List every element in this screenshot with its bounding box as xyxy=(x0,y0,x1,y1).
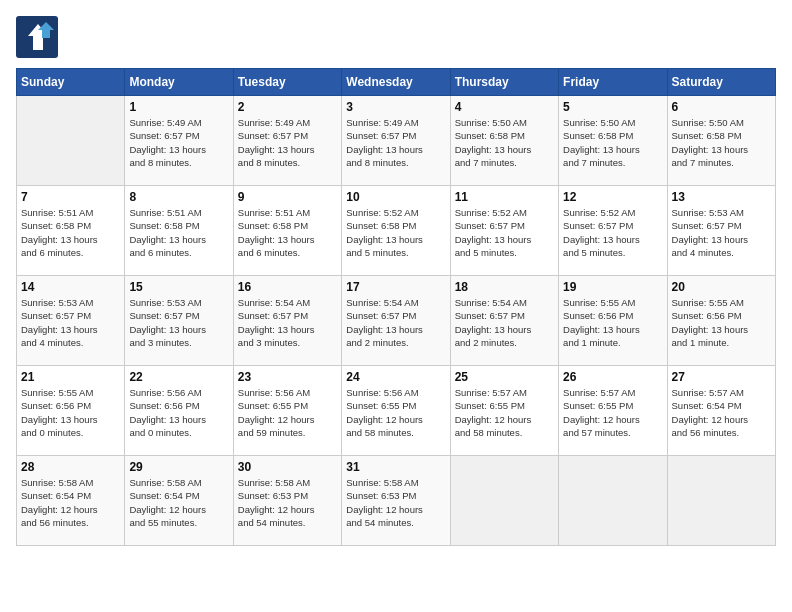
col-header-friday: Friday xyxy=(559,69,667,96)
day-number: 22 xyxy=(129,370,228,384)
day-number: 23 xyxy=(238,370,337,384)
calendar-cell: 5Sunrise: 5:50 AM Sunset: 6:58 PM Daylig… xyxy=(559,96,667,186)
calendar-cell: 16Sunrise: 5:54 AM Sunset: 6:57 PM Dayli… xyxy=(233,276,341,366)
calendar-cell: 7Sunrise: 5:51 AM Sunset: 6:58 PM Daylig… xyxy=(17,186,125,276)
day-detail: Sunrise: 5:55 AM Sunset: 6:56 PM Dayligh… xyxy=(672,296,771,349)
day-number: 27 xyxy=(672,370,771,384)
calendar-cell: 9Sunrise: 5:51 AM Sunset: 6:58 PM Daylig… xyxy=(233,186,341,276)
day-detail: Sunrise: 5:49 AM Sunset: 6:57 PM Dayligh… xyxy=(346,116,445,169)
day-number: 19 xyxy=(563,280,662,294)
day-detail: Sunrise: 5:52 AM Sunset: 6:57 PM Dayligh… xyxy=(563,206,662,259)
calendar-cell xyxy=(450,456,558,546)
calendar-cell xyxy=(559,456,667,546)
day-number: 14 xyxy=(21,280,120,294)
day-detail: Sunrise: 5:57 AM Sunset: 6:54 PM Dayligh… xyxy=(672,386,771,439)
day-detail: Sunrise: 5:55 AM Sunset: 6:56 PM Dayligh… xyxy=(563,296,662,349)
day-detail: Sunrise: 5:58 AM Sunset: 6:53 PM Dayligh… xyxy=(238,476,337,529)
day-number: 1 xyxy=(129,100,228,114)
calendar-cell: 17Sunrise: 5:54 AM Sunset: 6:57 PM Dayli… xyxy=(342,276,450,366)
page-header xyxy=(16,16,776,58)
calendar-week-row: 7Sunrise: 5:51 AM Sunset: 6:58 PM Daylig… xyxy=(17,186,776,276)
day-detail: Sunrise: 5:55 AM Sunset: 6:56 PM Dayligh… xyxy=(21,386,120,439)
day-number: 13 xyxy=(672,190,771,204)
col-header-tuesday: Tuesday xyxy=(233,69,341,96)
calendar-cell: 25Sunrise: 5:57 AM Sunset: 6:55 PM Dayli… xyxy=(450,366,558,456)
calendar-cell: 11Sunrise: 5:52 AM Sunset: 6:57 PM Dayli… xyxy=(450,186,558,276)
day-number: 26 xyxy=(563,370,662,384)
day-detail: Sunrise: 5:50 AM Sunset: 6:58 PM Dayligh… xyxy=(672,116,771,169)
calendar-cell: 10Sunrise: 5:52 AM Sunset: 6:58 PM Dayli… xyxy=(342,186,450,276)
day-detail: Sunrise: 5:52 AM Sunset: 6:58 PM Dayligh… xyxy=(346,206,445,259)
calendar-week-row: 28Sunrise: 5:58 AM Sunset: 6:54 PM Dayli… xyxy=(17,456,776,546)
day-number: 12 xyxy=(563,190,662,204)
calendar-week-row: 21Sunrise: 5:55 AM Sunset: 6:56 PM Dayli… xyxy=(17,366,776,456)
day-detail: Sunrise: 5:53 AM Sunset: 6:57 PM Dayligh… xyxy=(129,296,228,349)
day-detail: Sunrise: 5:49 AM Sunset: 6:57 PM Dayligh… xyxy=(129,116,228,169)
col-header-monday: Monday xyxy=(125,69,233,96)
day-detail: Sunrise: 5:56 AM Sunset: 6:55 PM Dayligh… xyxy=(346,386,445,439)
col-header-wednesday: Wednesday xyxy=(342,69,450,96)
day-number: 8 xyxy=(129,190,228,204)
day-detail: Sunrise: 5:54 AM Sunset: 6:57 PM Dayligh… xyxy=(346,296,445,349)
day-detail: Sunrise: 5:50 AM Sunset: 6:58 PM Dayligh… xyxy=(563,116,662,169)
calendar-cell: 4Sunrise: 5:50 AM Sunset: 6:58 PM Daylig… xyxy=(450,96,558,186)
day-number: 29 xyxy=(129,460,228,474)
calendar-table: SundayMondayTuesdayWednesdayThursdayFrid… xyxy=(16,68,776,546)
day-number: 21 xyxy=(21,370,120,384)
day-detail: Sunrise: 5:58 AM Sunset: 6:54 PM Dayligh… xyxy=(129,476,228,529)
day-detail: Sunrise: 5:57 AM Sunset: 6:55 PM Dayligh… xyxy=(563,386,662,439)
day-number: 9 xyxy=(238,190,337,204)
day-number: 28 xyxy=(21,460,120,474)
calendar-cell xyxy=(667,456,775,546)
day-number: 10 xyxy=(346,190,445,204)
day-number: 20 xyxy=(672,280,771,294)
calendar-header-row: SundayMondayTuesdayWednesdayThursdayFrid… xyxy=(17,69,776,96)
calendar-cell: 19Sunrise: 5:55 AM Sunset: 6:56 PM Dayli… xyxy=(559,276,667,366)
calendar-cell: 23Sunrise: 5:56 AM Sunset: 6:55 PM Dayli… xyxy=(233,366,341,456)
day-detail: Sunrise: 5:52 AM Sunset: 6:57 PM Dayligh… xyxy=(455,206,554,259)
day-number: 6 xyxy=(672,100,771,114)
day-number: 24 xyxy=(346,370,445,384)
calendar-cell: 2Sunrise: 5:49 AM Sunset: 6:57 PM Daylig… xyxy=(233,96,341,186)
day-number: 16 xyxy=(238,280,337,294)
day-detail: Sunrise: 5:54 AM Sunset: 6:57 PM Dayligh… xyxy=(455,296,554,349)
calendar-cell: 13Sunrise: 5:53 AM Sunset: 6:57 PM Dayli… xyxy=(667,186,775,276)
calendar-cell: 31Sunrise: 5:58 AM Sunset: 6:53 PM Dayli… xyxy=(342,456,450,546)
calendar-cell: 15Sunrise: 5:53 AM Sunset: 6:57 PM Dayli… xyxy=(125,276,233,366)
day-detail: Sunrise: 5:56 AM Sunset: 6:55 PM Dayligh… xyxy=(238,386,337,439)
day-detail: Sunrise: 5:57 AM Sunset: 6:55 PM Dayligh… xyxy=(455,386,554,439)
day-detail: Sunrise: 5:49 AM Sunset: 6:57 PM Dayligh… xyxy=(238,116,337,169)
col-header-saturday: Saturday xyxy=(667,69,775,96)
calendar-cell: 3Sunrise: 5:49 AM Sunset: 6:57 PM Daylig… xyxy=(342,96,450,186)
calendar-cell: 6Sunrise: 5:50 AM Sunset: 6:58 PM Daylig… xyxy=(667,96,775,186)
day-detail: Sunrise: 5:51 AM Sunset: 6:58 PM Dayligh… xyxy=(238,206,337,259)
calendar-cell xyxy=(17,96,125,186)
day-number: 5 xyxy=(563,100,662,114)
calendar-cell: 30Sunrise: 5:58 AM Sunset: 6:53 PM Dayli… xyxy=(233,456,341,546)
calendar-cell: 8Sunrise: 5:51 AM Sunset: 6:58 PM Daylig… xyxy=(125,186,233,276)
calendar-cell: 24Sunrise: 5:56 AM Sunset: 6:55 PM Dayli… xyxy=(342,366,450,456)
col-header-sunday: Sunday xyxy=(17,69,125,96)
day-detail: Sunrise: 5:51 AM Sunset: 6:58 PM Dayligh… xyxy=(21,206,120,259)
calendar-cell: 1Sunrise: 5:49 AM Sunset: 6:57 PM Daylig… xyxy=(125,96,233,186)
logo-icon xyxy=(16,16,58,58)
day-number: 7 xyxy=(21,190,120,204)
day-detail: Sunrise: 5:50 AM Sunset: 6:58 PM Dayligh… xyxy=(455,116,554,169)
day-detail: Sunrise: 5:58 AM Sunset: 6:53 PM Dayligh… xyxy=(346,476,445,529)
day-number: 11 xyxy=(455,190,554,204)
day-number: 31 xyxy=(346,460,445,474)
day-number: 4 xyxy=(455,100,554,114)
calendar-cell: 28Sunrise: 5:58 AM Sunset: 6:54 PM Dayli… xyxy=(17,456,125,546)
day-number: 15 xyxy=(129,280,228,294)
day-number: 25 xyxy=(455,370,554,384)
day-number: 18 xyxy=(455,280,554,294)
day-number: 17 xyxy=(346,280,445,294)
calendar-cell: 18Sunrise: 5:54 AM Sunset: 6:57 PM Dayli… xyxy=(450,276,558,366)
calendar-cell: 12Sunrise: 5:52 AM Sunset: 6:57 PM Dayli… xyxy=(559,186,667,276)
calendar-cell: 21Sunrise: 5:55 AM Sunset: 6:56 PM Dayli… xyxy=(17,366,125,456)
calendar-cell: 26Sunrise: 5:57 AM Sunset: 6:55 PM Dayli… xyxy=(559,366,667,456)
col-header-thursday: Thursday xyxy=(450,69,558,96)
day-detail: Sunrise: 5:51 AM Sunset: 6:58 PM Dayligh… xyxy=(129,206,228,259)
calendar-week-row: 14Sunrise: 5:53 AM Sunset: 6:57 PM Dayli… xyxy=(17,276,776,366)
day-detail: Sunrise: 5:56 AM Sunset: 6:56 PM Dayligh… xyxy=(129,386,228,439)
